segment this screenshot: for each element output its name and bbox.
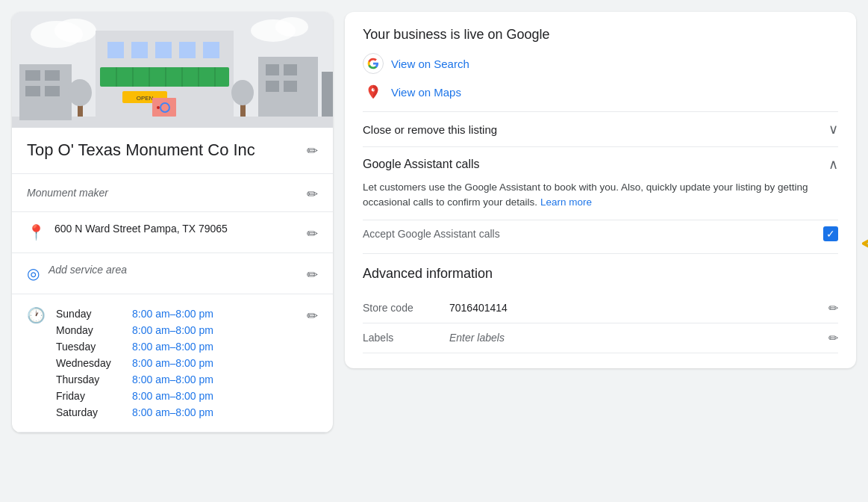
service-area-row: ◎ Add service area ✏	[12, 253, 333, 294]
hours-day: Saturday	[56, 405, 131, 420]
store-code-row: Store code 7016401414 ✏	[363, 294, 838, 323]
svg-rect-7	[25, 70, 40, 81]
hours-table: Sunday8:00 am–8:00 pmMonday8:00 am–8:00 …	[54, 305, 292, 421]
service-area-icon: ◎	[27, 264, 40, 282]
view-search-text[interactable]: View on Search	[391, 58, 469, 70]
chevron-up-icon: ∧	[828, 156, 838, 173]
hours-time: 8:00 am–8:00 pm	[132, 306, 290, 321]
svg-rect-19	[100, 67, 229, 87]
svg-point-4	[275, 17, 308, 37]
hours-row-item: Tuesday8:00 am–8:00 pm	[56, 339, 290, 354]
business-category: Monument maker	[27, 187, 108, 199]
labels-label: Labels	[363, 332, 437, 344]
svg-rect-16	[155, 42, 172, 58]
business-live-card: Your business is live on Google View on …	[345, 12, 856, 368]
arrow-annotation	[856, 214, 868, 276]
advanced-title: Advanced information	[363, 266, 838, 282]
location-icon: 📍	[27, 223, 46, 241]
edit-address-icon[interactable]: ✏	[307, 226, 318, 242]
edit-hours-icon[interactable]: ✏	[307, 308, 318, 324]
edit-service-area-icon[interactable]: ✏	[307, 267, 318, 283]
labels-row: Labels Enter labels ✏	[363, 323, 838, 353]
svg-rect-17	[179, 42, 196, 58]
hours-day: Friday	[56, 388, 131, 403]
hours-time: 8:00 am–8:00 pm	[132, 405, 290, 420]
svg-point-30	[157, 106, 160, 109]
hours-day: Wednesday	[56, 356, 131, 371]
assistant-description: Let customers use the Google Assistant t…	[363, 180, 838, 211]
hours-row-item: Monday8:00 am–8:00 pm	[56, 323, 290, 338]
svg-rect-38	[284, 81, 297, 92]
svg-rect-10	[45, 86, 60, 96]
business-info-section: Top O' Texas Monument Co Inc ✏	[12, 128, 333, 174]
svg-text:OPEN: OPEN	[137, 95, 154, 102]
hours-time: 8:00 am–8:00 pm	[132, 372, 290, 387]
hours-day: Sunday	[56, 306, 131, 321]
google-logo	[363, 53, 384, 74]
edit-business-name-icon[interactable]: ✏	[307, 143, 318, 159]
svg-marker-40	[864, 221, 868, 266]
hours-row: 🕐 Sunday8:00 am–8:00 pmMonday8:00 am–8:0…	[12, 294, 333, 433]
hours-row-item: Wednesday8:00 am–8:00 pm	[56, 356, 290, 371]
chevron-down-icon: ∨	[828, 121, 838, 137]
svg-rect-36	[284, 64, 297, 75]
learn-more-link[interactable]: Learn more	[540, 196, 592, 208]
svg-rect-35	[266, 64, 279, 75]
hours-row-item: Friday8:00 am–8:00 pm	[56, 388, 290, 403]
accept-calls-label: Accept Google Assistant calls	[363, 228, 500, 240]
svg-point-33	[231, 80, 254, 105]
hours-time: 8:00 am–8:00 pm	[132, 323, 290, 338]
hours-row-item: Saturday8:00 am–8:00 pm	[56, 405, 290, 420]
svg-rect-14	[107, 42, 124, 58]
labels-value: Enter labels	[449, 332, 828, 344]
svg-rect-18	[203, 42, 219, 58]
view-search-link[interactable]: View on Search	[363, 53, 838, 74]
clock-icon: 🕐	[27, 306, 46, 324]
hours-day: Monday	[56, 323, 131, 338]
business-name: Top O' Texas Monument Co Inc	[27, 140, 255, 161]
hours-time: 8:00 am–8:00 pm	[132, 388, 290, 403]
hours-day: Thursday	[56, 372, 131, 387]
hours-time: 8:00 am–8:00 pm	[132, 339, 290, 354]
svg-rect-29	[152, 98, 176, 117]
assistant-section: Google Assistant calls ∧ Let customers u…	[363, 156, 838, 241]
accept-calls-row: Accept Google Assistant calls ✓	[363, 220, 838, 241]
svg-point-2	[54, 19, 96, 43]
store-code-value: 7016401414	[449, 302, 828, 314]
right-panel: Your business is live on Google View on …	[345, 12, 856, 433]
svg-rect-37	[266, 81, 279, 92]
hero-image: OPEN	[12, 12, 333, 128]
address-row: 📍 600 N Ward Street Pampa, TX 79065 ✏	[12, 212, 333, 253]
live-title: Your business is live on Google	[363, 27, 838, 43]
edit-category-icon[interactable]: ✏	[307, 186, 318, 202]
hours-row-item: Sunday8:00 am–8:00 pm	[56, 306, 290, 321]
svg-rect-9	[25, 86, 40, 96]
add-service-area-text[interactable]: Add service area	[49, 264, 298, 276]
left-panel: OPEN Top	[12, 12, 333, 433]
address-text: 600 N Ward Street Pampa, TX 79065	[54, 223, 298, 235]
assistant-title: Google Assistant calls	[363, 158, 480, 171]
close-listing-row[interactable]: Close or remove this listing ∨	[363, 121, 838, 137]
hours-day: Tuesday	[56, 339, 131, 354]
view-maps-link[interactable]: View on Maps	[363, 81, 838, 102]
view-maps-text[interactable]: View on Maps	[391, 86, 461, 99]
close-listing-title: Close or remove this listing	[363, 123, 497, 136]
svg-rect-39	[322, 72, 333, 117]
advanced-section: Advanced information Store code 70164014…	[363, 266, 838, 353]
maps-logo	[363, 81, 384, 102]
store-code-label: Store code	[363, 302, 437, 314]
accept-calls-checkbox[interactable]: ✓	[823, 226, 838, 241]
svg-point-12	[68, 79, 92, 106]
svg-rect-8	[45, 70, 60, 81]
live-section: Your business is live on Google View on …	[363, 27, 838, 102]
svg-rect-15	[131, 42, 148, 58]
edit-labels-icon[interactable]: ✏	[828, 331, 838, 345]
hours-time: 8:00 am–8:00 pm	[132, 356, 290, 371]
hours-row-item: Thursday8:00 am–8:00 pm	[56, 372, 290, 387]
edit-store-code-icon[interactable]: ✏	[828, 301, 838, 315]
